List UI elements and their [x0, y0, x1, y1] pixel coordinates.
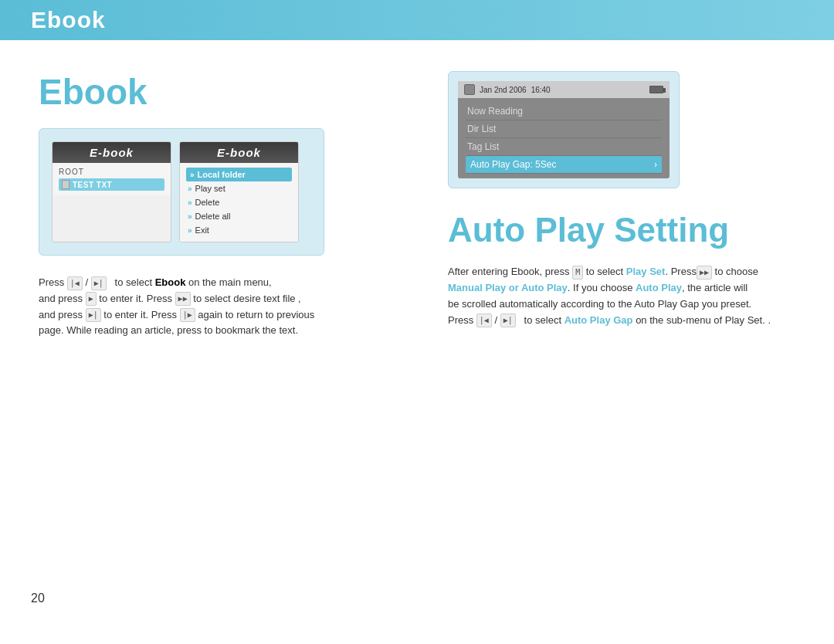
next-icon: ▶|: [91, 276, 107, 290]
menu-item-4[interactable]: »Exit: [186, 223, 292, 237]
screen-time: 16:40: [531, 86, 551, 94]
screen-small-icon: [464, 84, 475, 95]
ebook-panel-right-header: E-book: [180, 142, 298, 163]
screen-menu-item-0: Now Reading: [466, 103, 662, 120]
header-bar: Ebook: [0, 0, 834, 40]
main-content: Ebook E-book ROOT TEST TXT E-book: [0, 40, 834, 362]
screen-menu-label-3: Auto Play Gap: 5Sec: [470, 159, 556, 170]
root-label: ROOT: [59, 168, 164, 176]
menu-item-label-1: Play set: [195, 184, 225, 193]
menu-arrow-0: »: [190, 171, 195, 179]
left-column: Ebook E-book ROOT TEST TXT E-book: [31, 63, 409, 339]
menu-arrow-4: »: [188, 226, 192, 235]
right-column: Jan 2nd 2006 16:40 Now ReadingDir ListTa…: [425, 63, 803, 339]
prev-icon: |◀: [67, 276, 83, 290]
back-icon: |▶: [180, 308, 195, 322]
chevron-right-icon-3: ›: [654, 159, 657, 170]
prev-icon-r: |◀: [476, 314, 492, 327]
menu-arrow-3: »: [188, 212, 192, 221]
ebook-panel-left-header: E-book: [53, 142, 171, 163]
auto-play-title-text: Auto Play Setting: [448, 211, 729, 249]
menu-item-label-2: Delete: [195, 198, 220, 207]
screen-mockup: Jan 2nd 2006 16:40 Now ReadingDir ListTa…: [448, 71, 680, 188]
ebook-panel-right: E-book »Local folder»Play set»Delete»Del…: [179, 141, 299, 242]
file-row: TEST TXT: [59, 178, 164, 191]
menu-items-list: »Local folder»Play set»Delete»Delete all…: [180, 163, 298, 242]
menu-arrow-1: »: [188, 185, 192, 193]
menu-item-2[interactable]: »Delete: [186, 195, 292, 209]
ebook-panel-left-body: ROOT TEST TXT: [53, 163, 171, 195]
screen-date: Jan 2nd 2006: [480, 86, 527, 94]
file-icon: [62, 180, 70, 189]
left-description: Press |◀ / ▶| to select Ebook on the mai…: [39, 275, 371, 339]
screen-menu-label-1: Dir List: [467, 124, 496, 134]
header-title: Ebook: [31, 7, 106, 33]
screen-inner: Jan 2nd 2006 16:40 Now ReadingDir ListTa…: [458, 81, 670, 178]
screen-header: Jan 2nd 2006 16:40: [458, 81, 670, 98]
menu-item-0[interactable]: »Local folder: [186, 168, 292, 181]
next-icon-r: ▶|: [500, 314, 516, 327]
section-title-ebook: Ebook: [39, 71, 409, 113]
skip-icon-1: ▶▶: [175, 292, 191, 306]
screen-menu-label-2: Tag List: [467, 141, 499, 152]
auto-play-title: Auto Play Setting: [448, 212, 803, 249]
menu-arrow-2: »: [188, 198, 192, 207]
menu-item-label-0: Local folder: [198, 170, 246, 179]
menu-item-3[interactable]: »Delete all: [186, 209, 292, 223]
battery-icon: [649, 86, 663, 93]
page-number: 20: [31, 591, 45, 605]
menu-item-1[interactable]: »Play set: [186, 181, 292, 195]
screen-menu-item-2: Tag List: [466, 138, 662, 156]
right-description: After entering Ebook, press M to select …: [448, 264, 780, 328]
enter-icon-2: ▶|: [86, 308, 101, 322]
menu-item-label-3: Delete all: [195, 212, 231, 221]
menu-item-label-4: Exit: [195, 225, 209, 235]
screen-menu-item-1: Dir List: [466, 120, 662, 138]
enter-icon-1: ▶: [86, 292, 97, 306]
screen-menu-list: Now ReadingDir ListTag ListAuto Play Gap…: [458, 98, 670, 178]
screen-header-left: Jan 2nd 2006 16:40: [464, 84, 551, 95]
file-row-label: TEST TXT: [73, 181, 112, 189]
ebook-panel-left: E-book ROOT TEST TXT: [52, 141, 171, 242]
screen-menu-item-3: Auto Play Gap: 5Sec›: [466, 156, 662, 174]
skip-fwd-icon: ▶▶: [697, 266, 712, 280]
m-icon: M: [572, 266, 583, 280]
screen-menu-label-0: Now Reading: [467, 106, 523, 117]
device-mockup: E-book ROOT TEST TXT E-book »Local folde…: [39, 128, 324, 256]
